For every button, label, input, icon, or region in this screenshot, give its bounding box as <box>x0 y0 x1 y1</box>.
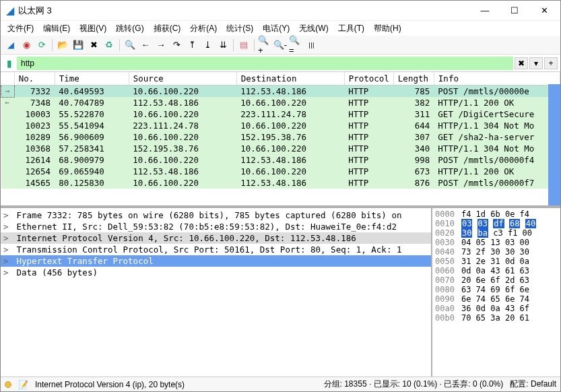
table-row[interactable]: 1456580.12583010.66.100.220112.53.48.186… <box>1 177 560 189</box>
menu-stats[interactable]: 统计(S) <box>222 22 257 36</box>
separator <box>52 39 53 51</box>
app-icon: ◢ <box>6 4 14 17</box>
expert-info-icon[interactable] <box>5 381 11 388</box>
table-row[interactable]: →733240.64959310.66.100.220112.53.48.186… <box>1 86 560 98</box>
resize-cols-icon[interactable]: ⫼ <box>304 38 319 53</box>
menu-help[interactable]: 帮助(H) <box>370 22 405 36</box>
find-icon[interactable]: 🔍 <box>123 38 137 53</box>
hex-row[interactable]: 0000f4 1d 6b 0e f4 <box>435 209 558 219</box>
tree-node[interactable]: > Hypertext Transfer Protocol <box>1 255 431 267</box>
zoom-in-icon[interactable]: 🔍+ <box>257 38 272 53</box>
reload-icon[interactable]: ♻ <box>102 38 117 53</box>
table-row[interactable]: 1261468.90097910.66.100.220112.53.48.186… <box>1 154 560 166</box>
window-title: 以太网 3 <box>18 5 470 17</box>
status-left: Internet Protocol Version 4 (ip), 20 byt… <box>35 380 317 389</box>
hex-row[interactable]: 005031 2e 31 0d 0a <box>435 257 558 266</box>
statusbar: 📝 Internet Protocol Version 4 (ip), 20 b… <box>1 377 560 391</box>
maximize-button[interactable]: ☐ <box>500 1 529 20</box>
menubar: 文件(F) 编辑(E) 视图(V) 跳转(G) 捕获(C) 分析(A) 统计(S… <box>1 21 560 36</box>
hex-row[interactable]: 008063 74 69 6f 6e <box>435 285 558 294</box>
separator <box>254 39 255 51</box>
status-notepad-icon[interactable]: 📝 <box>18 380 28 389</box>
stop-capture-icon[interactable]: ◉ <box>19 38 34 53</box>
status-mid: 分组: 18355 · 已显示: 10 (0.1%) · 已丢弃: 0 (0.0… <box>324 379 504 390</box>
last-icon[interactable]: ⤓ <box>200 38 215 53</box>
hex-row[interactable]: 001003 03 df 68 40 <box>435 219 558 228</box>
filter-history-icon[interactable]: ▾ <box>529 57 543 69</box>
save-icon[interactable]: 💾 <box>71 38 86 53</box>
tree-node[interactable]: > Internet Protocol Version 4, Src: 10.6… <box>1 232 431 244</box>
packet-table: No. Time Source Destination Protocol Len… <box>1 72 560 189</box>
col-len[interactable]: Length <box>393 72 434 86</box>
toolbar: ◢ ◉ ⟳ 📂 💾 ✖ ♻ 🔍 ← → ↷ ⤒ ⤓ ⇊ ▤ 🔍+ 🔍- 🔍= ⫼ <box>1 36 560 55</box>
table-row[interactable]: 1036857.258341152.195.38.7610.66.100.220… <box>1 143 560 154</box>
packet-list-pane[interactable]: No. Time Source Destination Protocol Len… <box>1 72 560 207</box>
jump-icon[interactable]: ↷ <box>169 38 184 53</box>
status-right: 配置: Default <box>510 379 556 390</box>
hex-row[interactable]: 007020 6e 6f 2d 63 <box>435 275 558 285</box>
autoscroll-icon[interactable]: ⇊ <box>216 38 230 53</box>
display-filter-input[interactable] <box>17 57 513 70</box>
hex-row[interactable]: 00906e 74 65 6e 74 <box>435 294 558 304</box>
separator <box>119 39 120 51</box>
hex-row[interactable]: 003004 05 13 03 00 <box>435 238 558 247</box>
filter-bar: ▮ ✖ ▾ + <box>1 55 560 72</box>
separator <box>233 39 234 51</box>
open-icon[interactable]: 📂 <box>55 38 70 53</box>
menu-goto[interactable]: 跳转(G) <box>112 22 147 36</box>
scrollbar-indicator[interactable] <box>548 84 560 205</box>
menu-tools[interactable]: 工具(T) <box>334 22 368 36</box>
menu-analyze[interactable]: 分析(A) <box>186 22 221 36</box>
table-row[interactable]: 1265469.065940112.53.48.18610.66.100.220… <box>1 166 560 177</box>
menu-view[interactable]: 视图(V) <box>75 22 110 36</box>
hex-row[interactable]: 00b070 65 3a 20 61 <box>435 313 558 323</box>
menu-file[interactable]: 文件(F) <box>3 22 38 36</box>
menu-telephony[interactable]: 电话(Y) <box>259 22 294 36</box>
close-file-icon[interactable]: ✖ <box>86 38 101 53</box>
titlebar: ◢ 以太网 3 — ☐ ✕ <box>1 1 560 21</box>
restart-capture-icon[interactable]: ⟳ <box>34 38 49 53</box>
table-row[interactable]: 1002355.541094223.111.24.7810.66.100.220… <box>1 120 560 131</box>
tree-node[interactable]: > Transmission Control Protocol, Src Por… <box>1 244 431 255</box>
add-filter-icon[interactable]: + <box>544 57 558 69</box>
col-dest[interactable]: Destination <box>236 72 344 86</box>
hex-row[interactable]: 00a036 0d 0a 43 6f <box>435 304 558 313</box>
col-source[interactable]: Source <box>129 72 236 86</box>
hex-row[interactable]: 004073 2f 30 30 30 <box>435 247 558 257</box>
table-row[interactable]: 1000355.52287010.66.100.220223.111.24.78… <box>1 108 560 120</box>
tree-node[interactable]: > Frame 7332: 785 bytes on wire (6280 bi… <box>1 209 431 221</box>
zoom-out-icon[interactable]: 🔍- <box>273 38 288 53</box>
table-header[interactable]: No. Time Source Destination Protocol Len… <box>1 72 560 86</box>
minimize-button[interactable]: — <box>470 1 500 20</box>
bottom-panes: > Frame 7332: 785 bytes on wire (6280 bi… <box>1 208 560 377</box>
next-icon[interactable]: → <box>154 38 168 53</box>
packet-details-pane[interactable]: > Frame 7332: 785 bytes on wire (6280 bi… <box>1 208 432 377</box>
bookmark-icon[interactable]: ▮ <box>3 57 15 69</box>
menu-edit[interactable]: 编辑(E) <box>39 22 74 36</box>
app-window: ◢ 以太网 3 — ☐ ✕ 文件(F) 编辑(E) 视图(V) 跳转(G) 捕获… <box>0 0 561 392</box>
menu-capture[interactable]: 捕获(C) <box>150 22 185 36</box>
col-proto[interactable]: Protocol <box>344 72 393 86</box>
table-row[interactable]: ←734840.704789112.53.48.18610.66.100.220… <box>1 97 560 108</box>
tree-node[interactable]: > Ethernet II, Src: Dell_59:53:82 (70:b5… <box>1 221 431 232</box>
clear-filter-icon[interactable]: ✖ <box>515 57 528 69</box>
first-icon[interactable]: ⤒ <box>185 38 199 53</box>
tree-node[interactable]: > Data (456 bytes) <box>1 267 431 278</box>
table-row[interactable]: 1028956.90060910.66.100.220152.195.38.76… <box>1 131 560 143</box>
col-info[interactable]: Info <box>434 72 560 86</box>
menu-wireless[interactable]: 无线(W) <box>295 22 332 36</box>
packet-bytes-pane[interactable]: 0000f4 1d 6b 0e f4001003 03 df 68 400020… <box>432 208 560 377</box>
start-capture-icon[interactable]: ◢ <box>3 38 18 53</box>
colorize-icon[interactable]: ▤ <box>236 38 251 53</box>
prev-icon[interactable]: ← <box>138 38 153 53</box>
hex-row[interactable]: 00600d 0a 43 61 63 <box>435 266 558 275</box>
close-button[interactable]: ✕ <box>529 1 559 20</box>
hex-row[interactable]: 002030 ba c3 f1 00 <box>435 228 558 238</box>
col-no[interactable]: No. <box>14 72 55 86</box>
col-time[interactable]: Time <box>55 72 129 86</box>
zoom-reset-icon[interactable]: 🔍= <box>288 38 303 53</box>
